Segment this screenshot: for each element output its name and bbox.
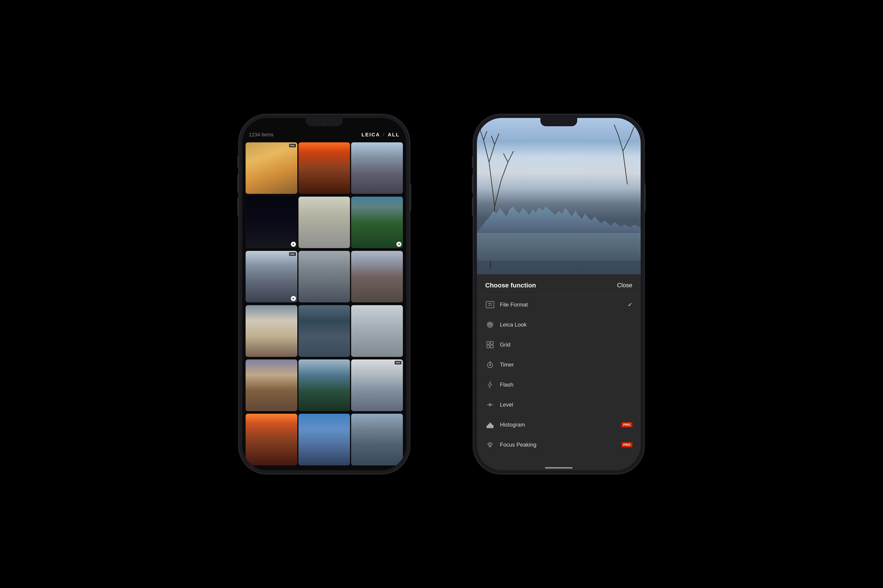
close-button[interactable]: Close xyxy=(617,282,633,289)
svg-line-12 xyxy=(623,151,627,184)
right-volume-down-button[interactable] xyxy=(472,198,474,216)
histogram-visual xyxy=(486,421,494,428)
sheet-header: Choose function Close xyxy=(477,274,641,295)
brand-filter[interactable]: LEICA / ALL xyxy=(361,132,400,138)
svg-line-13 xyxy=(619,135,623,151)
svg-rect-21 xyxy=(487,345,490,348)
thumbnail-10 xyxy=(246,305,297,357)
menu-item-file-format[interactable]: PRO JPG File Format ✓ xyxy=(477,295,641,315)
separator: / xyxy=(383,132,385,138)
file-format-label: File Format xyxy=(500,302,628,308)
grid-item-10[interactable] xyxy=(246,305,297,357)
menu-item-leica-look[interactable]: Leica Look xyxy=(477,315,641,335)
grid-item-13[interactable] xyxy=(246,359,297,411)
level-label: Level xyxy=(500,402,633,408)
svg-line-4 xyxy=(489,144,495,162)
power-button[interactable] xyxy=(409,184,411,212)
thumbnail-11 xyxy=(298,305,350,357)
camera-app: Choose function Close PRO JPG xyxy=(477,118,641,470)
water-reflection xyxy=(477,233,641,261)
grid-item-5[interactable] xyxy=(298,196,350,248)
svg-line-5 xyxy=(479,127,484,140)
thumbnail-12 xyxy=(351,305,403,357)
grid-visual xyxy=(486,341,494,348)
thumbnail-3 xyxy=(351,142,403,194)
svg-rect-20 xyxy=(490,342,493,344)
right-volume-up-button[interactable] xyxy=(472,174,474,193)
thumbnail-15 xyxy=(351,359,403,411)
grid-item-9[interactable] xyxy=(351,251,403,303)
svg-rect-22 xyxy=(490,345,493,348)
svg-line-14 xyxy=(623,138,630,151)
dng-badge: DNG xyxy=(289,144,296,147)
camera-preview xyxy=(477,118,641,274)
volume-down-button[interactable] xyxy=(237,198,239,216)
thumbnail-2 xyxy=(298,142,350,194)
scene: 1234 items LEICA / ALL DNG xyxy=(0,0,883,588)
menu-item-timer[interactable]: Timer xyxy=(477,355,641,375)
file-format-icon: PRO JPG xyxy=(485,300,495,309)
level-visual xyxy=(486,401,494,408)
left-phone: 1234 items LEICA / ALL DNG xyxy=(239,115,409,474)
grid-item-4[interactable]: ★ xyxy=(246,196,297,248)
grid-item-12[interactable] xyxy=(351,305,403,357)
camera-background xyxy=(477,118,641,274)
notch xyxy=(306,118,343,126)
grid-item-6[interactable]: ★ xyxy=(351,196,403,248)
volume-up-button[interactable] xyxy=(237,174,239,193)
grid-item-15[interactable]: DNG xyxy=(351,359,403,411)
histogram-pro-badge: PRO xyxy=(621,422,633,427)
grid-item-17[interactable] xyxy=(298,414,350,465)
svg-rect-32 xyxy=(487,426,488,428)
menu-item-grid[interactable]: Grid xyxy=(477,335,641,355)
grid-item-8[interactable] xyxy=(298,251,350,303)
filter-all: ALL xyxy=(388,132,400,138)
right-mute-button[interactable] xyxy=(472,156,474,168)
svg-line-6 xyxy=(484,131,487,140)
thumbnail-6 xyxy=(351,196,403,248)
thumbnail-9 xyxy=(351,251,403,303)
grid-item-1[interactable]: DNG xyxy=(246,142,297,194)
grid-item-18[interactable] xyxy=(351,414,403,465)
grid-item-7[interactable]: DNG ★ xyxy=(246,251,297,303)
brand-name: LEICA xyxy=(361,132,380,138)
thumbnail-4 xyxy=(246,196,297,248)
right-power-button[interactable] xyxy=(644,184,646,212)
star-badge-7: ★ xyxy=(291,296,296,301)
thumbnail-18 xyxy=(351,414,403,465)
grid-item-16[interactable] xyxy=(246,414,297,465)
svg-line-9 xyxy=(501,162,508,180)
svg-line-3 xyxy=(484,140,489,162)
thumbnail-1 xyxy=(246,142,297,194)
svg-point-38 xyxy=(488,442,492,446)
leica-look-label: Leica Look xyxy=(500,321,633,328)
home-indicator xyxy=(545,467,573,468)
thumbnail-14 xyxy=(298,359,350,411)
flash-icon xyxy=(485,380,495,390)
city-skyline xyxy=(477,196,641,233)
svg-line-11 xyxy=(503,153,508,162)
svg-line-7 xyxy=(495,134,499,144)
leica-look-icon xyxy=(485,320,495,330)
menu-item-level[interactable]: Level xyxy=(477,395,641,415)
timer-visual xyxy=(486,361,494,368)
menu-item-histogram[interactable]: Histogram PRO xyxy=(477,415,641,435)
right-phone-screen: Choose function Close PRO JPG xyxy=(477,118,641,470)
grid-item-3[interactable] xyxy=(351,142,403,194)
grid-item-14[interactable] xyxy=(298,359,350,411)
file-format-check: ✓ xyxy=(628,302,633,308)
grid-label: Grid xyxy=(500,342,633,348)
dng-badge-15: DNG xyxy=(394,361,402,364)
focus-peaking-visual xyxy=(486,441,494,448)
timer-label: Timer xyxy=(500,362,633,368)
mute-button[interactable] xyxy=(237,156,239,168)
svg-rect-35 xyxy=(491,424,492,428)
grid-item-11[interactable] xyxy=(298,305,350,357)
focus-peaking-icon xyxy=(485,440,495,450)
svg-rect-36 xyxy=(492,425,493,428)
menu-item-focus-peaking[interactable]: Focus Peaking PRO xyxy=(477,435,641,454)
svg-rect-33 xyxy=(488,424,489,428)
menu-item-flash[interactable]: Flash xyxy=(477,375,641,395)
svg-point-39 xyxy=(489,444,491,445)
grid-item-2[interactable] xyxy=(298,142,350,194)
